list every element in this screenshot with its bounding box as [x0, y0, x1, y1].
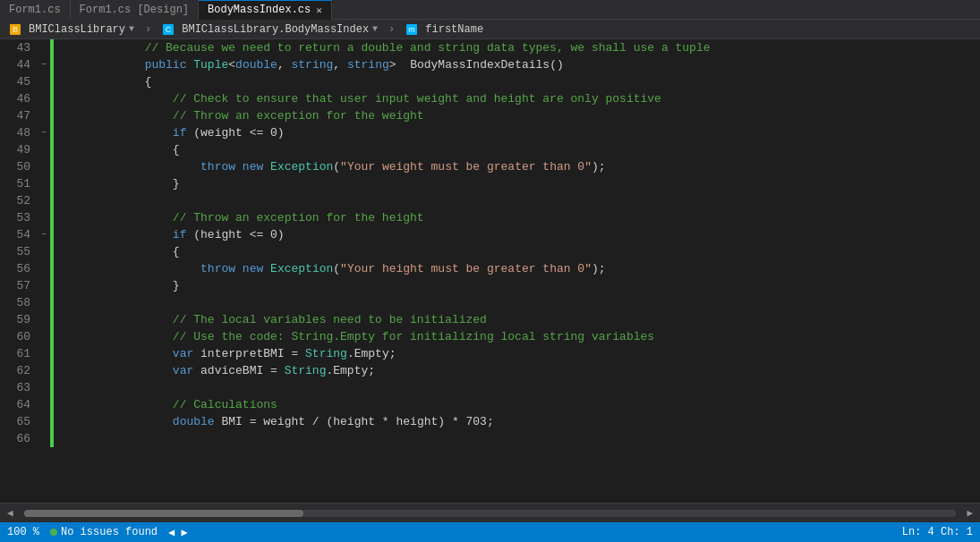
code-line [61, 379, 980, 396]
collapse-marker [38, 209, 50, 226]
code-segment: // Because we need to return a double an… [145, 39, 711, 56]
code-segment: if [173, 124, 187, 141]
code-segment: BMI = weight / (height * height) * 703; [215, 413, 494, 430]
scroll-right-button[interactable]: ▶ [959, 507, 980, 519]
code-segment [61, 107, 173, 124]
code-line: // Throw an exception for the height [61, 209, 980, 226]
collapse-marker [38, 345, 50, 362]
line-number: 65 [0, 413, 30, 430]
code-segment: var [173, 362, 193, 379]
collapse-marker [38, 379, 50, 396]
class-icon: C [162, 23, 175, 36]
code-segment: var [173, 345, 193, 362]
code-segment [235, 260, 243, 277]
code-segment: string [292, 56, 334, 73]
line-number: 59 [0, 311, 30, 328]
code-segment [186, 56, 193, 73]
code-segment: throw [200, 260, 235, 277]
line-number: 46 [0, 90, 30, 107]
scroll-track[interactable] [24, 510, 957, 517]
code-segment: } [61, 175, 180, 192]
svg-text:m: m [409, 25, 416, 34]
collapse-marker [38, 39, 50, 56]
code-segment: new [243, 158, 263, 175]
nav-member[interactable]: m firstName [400, 20, 489, 39]
issues-dot [50, 529, 57, 536]
code-segment [61, 56, 145, 73]
code-segment: new [243, 260, 263, 277]
tab-label: Form1.cs [9, 4, 61, 16]
code-segment: adviceBMI = [193, 362, 284, 379]
scroll-thumb[interactable] [24, 510, 304, 517]
code-segment: String [305, 345, 347, 362]
code-segment: { [61, 243, 180, 260]
scroll-left-button[interactable]: ◀ [0, 507, 21, 519]
collapse-marker [38, 175, 50, 192]
code-segment: (weight <= 0) [186, 124, 284, 141]
code-segment [61, 328, 173, 345]
line-number: 62 [0, 362, 30, 379]
nav-class-arrow: ▼ [372, 24, 378, 34]
line-numbers: 4344454647484950515253545556575859606162… [0, 39, 38, 503]
status-bar: 100 % No issues found ◀ ▶ Ln: 4 Ch: 1 [0, 522, 980, 542]
tab-label: BodyMassIndex.cs [208, 4, 311, 16]
line-number: 45 [0, 73, 30, 90]
collapse-marker [38, 243, 50, 260]
code-segment: // Throw an exception for the height [173, 209, 424, 226]
collapse-marker [38, 328, 50, 345]
code-segment: < [228, 56, 235, 73]
tab-close-button[interactable]: ✕ [316, 4, 322, 16]
nav-class[interactable]: C BMIClassLibrary.BodyMassIndex ▼ [157, 20, 383, 39]
tab-form1-cs-design[interactable]: Form1.cs [Design] [71, 0, 199, 20]
code-segment: .Empty; [347, 345, 396, 362]
code-segment: ); [592, 158, 606, 175]
nav-separator-1: › [140, 20, 157, 39]
code-segment [61, 311, 173, 328]
code-line: // Check to ensure that user input weigh… [61, 90, 980, 107]
tab-form1-cs[interactable]: Form1.cs [0, 0, 71, 20]
collapse-marker[interactable]: − [38, 56, 50, 73]
collapse-marker [38, 311, 50, 328]
nav-separator-2: › [383, 20, 400, 39]
collapse-marker[interactable]: − [38, 124, 50, 141]
collapse-marker [38, 141, 50, 158]
collapse-marker [38, 413, 50, 430]
code-area[interactable]: // Because we need to return a double an… [54, 39, 980, 503]
nav-library[interactable]: B BMIClassLibrary ▼ [4, 20, 140, 39]
svg-text:C: C [166, 25, 172, 34]
nav-dropdown-arrow: ▼ [129, 24, 134, 34]
nav-bar: B BMIClassLibrary ▼ › C BMIClassLibrary.… [0, 20, 980, 39]
tab-bar: Form1.cs Form1.cs [Design] BodyMassIndex… [0, 0, 980, 20]
collapse-marker [38, 430, 50, 447]
line-number: 66 [0, 430, 30, 447]
zoom-level[interactable]: 100 % [7, 526, 39, 538]
code-segment: double [173, 413, 215, 430]
horizontal-scrollbar[interactable]: ◀ ▶ [0, 503, 980, 522]
code-segment [61, 345, 173, 362]
code-line: var interpretBMI = String.Empty; [61, 345, 980, 362]
status-right: Ln: 4 Ch: 1 [902, 526, 973, 538]
code-segment: ( [333, 260, 340, 277]
code-line: } [61, 175, 980, 192]
code-line: throw new Exception("Your weight must be… [61, 158, 980, 175]
code-line: throw new Exception("Your height must be… [61, 260, 980, 277]
code-segment: , [277, 56, 292, 73]
cursor-position: Ln: 4 Ch: 1 [902, 526, 973, 538]
tab-bodymassindex[interactable]: BodyMassIndex.cs ✕ [199, 0, 332, 20]
collapse-marker [38, 277, 50, 294]
navigation-arrows[interactable]: ◀ ▶ [168, 526, 188, 539]
code-segment [61, 396, 173, 413]
collapse-marker[interactable]: − [38, 226, 50, 243]
editor: 4344454647484950515253545556575859606162… [0, 39, 980, 503]
code-segment [61, 226, 173, 243]
code-segment: > BodyMassIndexDetails() [389, 56, 564, 73]
code-segment: // The local variables need to be initia… [173, 311, 487, 328]
code-line: public Tuple<double, string, string> Bod… [61, 56, 980, 73]
code-segment: public [145, 56, 187, 73]
code-segment: // Use the code: String.Empty for initia… [173, 328, 654, 345]
code-line: double BMI = weight / (height * height) … [61, 413, 980, 430]
code-segment: throw [200, 158, 235, 175]
library-icon: B [9, 23, 21, 36]
code-line: } [61, 277, 980, 294]
collapse-marker [38, 362, 50, 379]
